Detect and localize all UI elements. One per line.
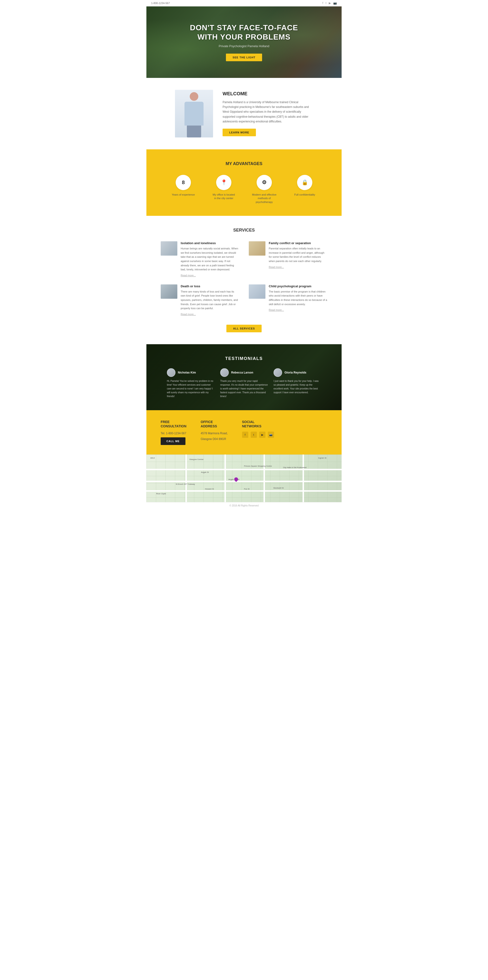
footer-instagram-icon[interactable]: 📷	[268, 432, 274, 438]
methods-icon: ⚙	[257, 175, 272, 190]
confidentiality-label: Full confidentiality	[294, 193, 315, 197]
topbar: 1-800-1234-567 f t ▶ 📷	[146, 0, 342, 6]
rebecca-text: Thank you very much for your rapid respo…	[220, 379, 268, 398]
family-title: Family conflict or separation	[269, 241, 327, 245]
child-content: Child psychological program The basic pr…	[269, 285, 327, 312]
footer-consultation-col: FREECONSULTATION Tel. 1-800-1234-567 CAL…	[161, 420, 186, 445]
map-label-4: City Halls & Old Fruitmarket	[283, 466, 307, 469]
services-section: SERVICES Isolation and loneliness Human …	[146, 216, 342, 344]
map-label-8: Fox St	[244, 488, 249, 490]
map-label-7: Howard St	[205, 488, 214, 490]
lock-icon: 🔒	[297, 175, 312, 190]
address-line1: 4578 Marmora Road,	[201, 432, 228, 435]
testimonial-gloria-header: Gloria Reynolds	[274, 368, 321, 377]
map-road-3	[146, 490, 342, 492]
advantages-section: MY ADVANTAGES 8 Years of experience 📍 My…	[146, 150, 342, 216]
isolation-thumbnail	[161, 241, 177, 256]
call-me-button[interactable]: CALL ME	[161, 438, 185, 445]
map-label-6: St Enoch SPT Subway	[176, 483, 195, 485]
child-body: The basic premise of the program is that…	[269, 290, 327, 306]
services-button-wrapper: ALL SERVICES	[161, 325, 327, 332]
rebecca-avatar	[220, 368, 229, 377]
map-label-a814: A814	[150, 457, 155, 459]
footer-youtube-icon[interactable]: ▶	[259, 432, 265, 438]
welcome-learn-more-button[interactable]: LEARN MORE	[223, 129, 256, 136]
gloria-avatar	[274, 368, 282, 377]
advantages-title: MY ADVANTAGES	[156, 161, 332, 166]
child-read-more[interactable]: Read more...	[269, 309, 284, 311]
footer-social-icons: f t ▶ 📷	[242, 432, 274, 438]
footer-cta-section: FREECONSULTATION Tel. 1-800-1234-567 CAL…	[146, 410, 342, 455]
death-content: Death or loss There are many kinds of lo…	[181, 285, 239, 316]
map-label-1: Glasgow Central	[189, 458, 203, 460]
facebook-icon[interactable]: f	[322, 2, 323, 5]
services-grid: Isolation and loneliness Human beings ar…	[161, 241, 327, 316]
death-read-more[interactable]: Read more...	[181, 313, 196, 316]
gloria-name: Gloria Reynolds	[284, 371, 306, 374]
welcome-text: WELCOME Pamela Holland is a University o…	[223, 91, 313, 137]
nicholas-name: Nicholas Kim	[178, 371, 196, 374]
advantages-grid: 8 Years of experience 📍 My office is loc…	[156, 175, 332, 204]
map-label-2: Argyle St	[201, 471, 209, 473]
nicholas-text: Hi, Pamela! You've solved my problem in …	[167, 379, 214, 398]
map-label-3: Princes Square Shopping Centre	[244, 465, 272, 467]
death-thumbnail	[161, 285, 177, 299]
consultation-title: FREECONSULTATION	[161, 420, 186, 428]
advantage-item-years: 8 Years of experience	[169, 175, 198, 204]
footer-address-col: OFFICEADDRESS 4578 Marmora Road, Glasgow…	[201, 420, 228, 443]
welcome-section: WELCOME Pamela Holland is a University o…	[146, 78, 342, 150]
testimonials-grid: Nicholas Kim Hi, Pamela! You've solved m…	[156, 368, 332, 398]
advantage-item-confidentiality: 🔒 Full confidentiality	[290, 175, 319, 204]
welcome-title: WELCOME	[223, 91, 313, 97]
address-title: OFFICEADDRESS	[201, 420, 228, 428]
footer-copyright: © 2016 All Rights Reserved	[146, 502, 342, 509]
years-icon: 8	[176, 175, 191, 190]
map-road-1	[146, 469, 342, 470]
rebecca-name: Rebecca Larson	[231, 371, 253, 374]
copyright-text: © 2016 All Rights Reserved	[230, 504, 258, 507]
death-title: Death or loss	[181, 285, 239, 288]
service-item-child: Child psychological program The basic pr…	[249, 285, 327, 316]
twitter-icon[interactable]: t	[326, 2, 326, 5]
hero-headline: DON'T STAY FACE-TO-FACE WITH YOUR PROBLE…	[190, 23, 298, 41]
hero-subtitle: Private Psychologist Pamela Holland	[190, 44, 298, 48]
family-thumbnail	[249, 241, 265, 256]
map-road-v4	[303, 455, 304, 502]
family-content: Family conflict or separation Parental s…	[269, 241, 327, 269]
topbar-social-links: f t ▶ 📷	[322, 2, 337, 5]
instagram-icon[interactable]: 📷	[333, 2, 337, 5]
footer-facebook-icon[interactable]: f	[242, 432, 248, 438]
service-item-family: Family conflict or separation Parental s…	[249, 241, 327, 277]
hero-section: DON'T STAY FACE-TO-FACE WITH YOUR PROBLE…	[146, 6, 342, 78]
map-road-v1	[185, 455, 187, 502]
testimonials-title: TESTIMONIALS	[156, 356, 332, 361]
nicholas-avatar	[167, 368, 176, 377]
isolation-content: Isolation and loneliness Human beings ar…	[181, 241, 239, 277]
isolation-title: Isolation and loneliness	[181, 241, 239, 245]
footer-social-col: SOCIALNETWORKS f t ▶ 📷	[242, 420, 274, 438]
testimonial-nicholas: Nicholas Kim Hi, Pamela! You've solved m…	[167, 368, 214, 398]
topbar-phone: 1-800-1234-567	[151, 2, 170, 5]
map-label-ingram: Ingram St	[318, 457, 326, 459]
child-thumbnail	[249, 285, 265, 299]
gloria-text: I just want to thank you for your help. …	[274, 379, 321, 395]
advantage-item-office: 📍 My office is locatedin the city center	[209, 175, 238, 204]
map-section: Glasgow Central Argyle St Princes Square…	[146, 455, 342, 502]
methods-label: Modern and effectivemethods of psychothe…	[250, 193, 279, 204]
location-icon: 📍	[216, 175, 231, 190]
youtube-icon[interactable]: ▶	[329, 2, 331, 5]
family-read-more[interactable]: Read more...	[269, 266, 284, 269]
all-services-button[interactable]: ALL SERVICES	[227, 325, 261, 332]
service-item-death: Death or loss There are many kinds of lo…	[161, 285, 239, 316]
child-title: Child psychological program	[269, 285, 327, 288]
testimonial-rebecca-header: Rebecca Larson	[220, 368, 268, 377]
map-road-2	[146, 481, 342, 482]
hero-content: DON'T STAY FACE-TO-FACE WITH YOUR PROBLE…	[190, 23, 298, 61]
map-label-9: Stockwell St	[273, 487, 284, 489]
map-road-v3	[263, 455, 265, 502]
consultation-phone: Tel. 1-800-1234-567	[161, 432, 186, 435]
footer-twitter-icon[interactable]: t	[251, 432, 257, 438]
hero-cta-button[interactable]: SEE THE LIGHT	[226, 54, 262, 61]
isolation-read-more[interactable]: Read more...	[181, 274, 196, 277]
advantage-item-methods: ⚙ Modern and effectivemethods of psychot…	[250, 175, 279, 204]
